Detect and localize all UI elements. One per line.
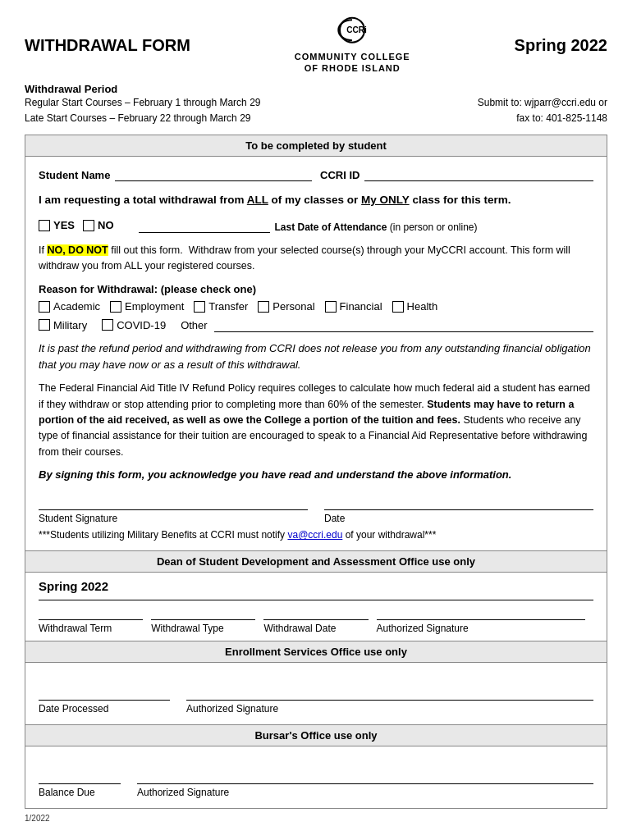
academic-label: Academic [53,300,100,313]
period-dates: Regular Start Courses – February 1 throu… [25,95,260,126]
withdrawal-statement: I am requesting a total withdrawal from … [39,193,593,208]
dean-withdrawal-type: Withdrawal Type [151,604,263,634]
reason-employment[interactable]: Employment [110,300,184,313]
student-name-label: Student Name [39,169,110,181]
bursar-balance-due-label: Balance Due [39,787,121,798]
reason-academic[interactable]: Academic [39,300,100,313]
reason-military[interactable]: Military [39,319,87,331]
ccri-id-field[interactable] [364,167,593,181]
form-title: WITHDRAWAL FORM [25,35,190,55]
student-name-group: Student Name [39,167,312,181]
bursar-authorized-sig-line[interactable] [137,768,593,784]
covid-checkbox[interactable] [102,319,113,331]
reason-financial[interactable]: Financial [325,300,382,313]
bursar-balance-due-line[interactable] [39,768,121,784]
dean-withdrawal-type-line[interactable] [151,604,255,620]
reason-row-1: Academic Employment Transfer Personal Fi… [39,300,593,313]
yes-checkbox-item[interactable]: YES [39,219,75,231]
reason-covid[interactable]: COVID-19 [102,319,166,331]
student-section-box: To be completed by student Student Name … [25,135,607,551]
personal-label: Personal [272,300,314,313]
ccri-logo-icon: CCRi [332,16,373,49]
enroll-authorized-sig-label: Authorized Signature [186,703,593,714]
withdrawal-period-section: Withdrawal Period Regular Start Courses … [25,83,607,126]
dean-section-box: Dean of Student Development and Assessme… [25,551,607,641]
date-line[interactable] [324,494,593,510]
dean-withdrawal-type-label: Withdrawal Type [151,623,255,634]
enroll-authorized-sig: Authorized Signature [186,684,593,714]
bursar-authorized-sig-label: Authorized Signature [137,787,593,798]
financial-label: Financial [340,300,382,313]
italic-warning: It is past the refund period and withdra… [39,340,593,372]
dean-term: Spring 2022 [39,579,593,593]
student-section-header: To be completed by student [25,135,607,157]
dean-withdrawal-date: Withdrawal Date [263,604,376,634]
ccri-id-group: CCRI ID [320,167,593,181]
bursar-authorized-sig: Authorized Signature [137,768,593,798]
military-checkbox[interactable] [39,319,50,331]
personal-checkbox[interactable] [258,301,269,313]
employment-checkbox[interactable] [110,301,121,313]
enrollment-content: Date Processed Authorized Signature [25,663,607,724]
svg-text:CCRi: CCRi [347,25,368,34]
my-only-underline: My ONLY [361,194,410,206]
academic-checkbox[interactable] [39,301,50,313]
dean-fields-row: Withdrawal Term Withdrawal Type Withdraw… [39,600,593,634]
dean-withdrawal-term-line[interactable] [39,604,143,620]
reason-transfer[interactable]: Transfer [194,300,248,313]
no-label: NO [98,219,114,231]
enroll-authorized-sig-line[interactable] [186,684,593,701]
transfer-checkbox[interactable] [194,301,205,313]
bursar-content: Balance Due Authorized Signature [25,746,607,808]
other-field[interactable] [214,317,593,332]
all-underline: ALL [247,194,268,206]
page-header: WITHDRAWAL FORM CCRi COMMUNITY COLLEGE O… [25,16,607,75]
student-info-row: Student Name CCRI ID [39,167,593,181]
date-label: Date [324,513,593,524]
student-name-field[interactable] [115,167,312,181]
signature-row: Student Signature Date [39,494,593,524]
military-label: Military [53,319,87,331]
last-date-group: Last Date of Attendance (in person or on… [139,218,593,233]
bursar-section-box: Bursar's Office use only Balance Due Aut… [25,725,607,809]
ccri-id-label: CCRI ID [320,169,360,181]
reason-personal[interactable]: Personal [258,300,314,313]
last-date-field[interactable] [139,218,270,233]
enroll-date-processed-label: Date Processed [39,703,170,714]
dean-withdrawal-date-line[interactable] [263,604,368,620]
student-sig-group: Student Signature [39,494,308,524]
bursar-section-header: Bursar's Office use only [25,725,607,746]
dean-withdrawal-term: Withdrawal Term [39,604,151,634]
no-checkbox[interactable] [83,220,94,231]
late-start: Late Start Courses – February 22 through… [25,111,260,126]
semester-label: Spring 2022 [515,36,607,55]
dean-authorized-sig-label: Authorized Signature [377,623,585,634]
enroll-date-processed-line[interactable] [39,684,170,701]
regular-start: Regular Start Courses – February 1 throu… [25,95,260,111]
footer-version: 1/2022 [25,814,607,823]
bursar-balance-due: Balance Due [39,768,121,798]
date-group: Date [324,494,593,524]
health-checkbox[interactable] [392,301,404,313]
no-checkbox-item[interactable]: NO [83,219,114,231]
college-name: COMMUNITY COLLEGE OF RHODE ISLAND [295,51,410,75]
employment-label: Employment [125,300,184,313]
withdrawal-period-title: Withdrawal Period [25,83,607,95]
reason-title: Reason for Withdrawal: (please check one… [39,283,593,295]
health-label: Health [407,300,438,313]
yes-checkbox[interactable] [39,220,50,231]
dean-authorized-sig: Authorized Signature [377,604,593,634]
reason-health[interactable]: Health [392,300,438,313]
dean-withdrawal-term-label: Withdrawal Term [39,623,143,634]
other-label: Other [181,319,208,331]
submit-line2: fax to: 401-825-1148 [478,111,607,126]
military-email-link[interactable]: va@ccri.edu [287,529,342,541]
signing-text: By signing this form, you acknowledge yo… [39,468,593,481]
enrollment-fields-row: Date Processed Authorized Signature [39,684,593,714]
student-sig-line[interactable] [39,494,308,510]
dean-withdrawal-date-label: Withdrawal Date [263,623,368,634]
enrollment-section-header: Enrollment Services Office use only [25,641,607,663]
financial-checkbox[interactable] [325,301,337,313]
dean-authorized-sig-line[interactable] [377,604,585,620]
military-note: ***Students utilizing Military Benefits … [39,529,593,541]
